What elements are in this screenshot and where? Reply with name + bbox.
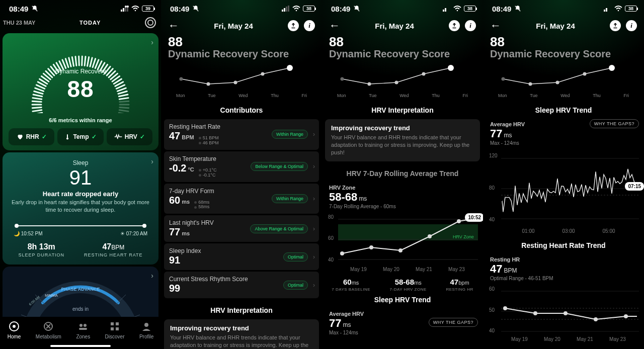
svg-line-32 — [69, 58, 71, 66]
signal-icon — [282, 6, 290, 12]
interpretation-card: Improving recovery trend Your HRV balanc… — [164, 319, 319, 349]
contrib-hrvform[interactable]: 7-day HRV Form 60ms 68ms58ms Within Rang… — [164, 184, 319, 214]
chevron-right-icon: › — [313, 163, 315, 170]
gauge-value: 88 — [20, 75, 141, 103]
recovery-trend-chart — [161, 61, 322, 91]
chevron-right-icon: › — [313, 195, 315, 202]
gauge-title: Dynamic Recovery — [20, 68, 141, 75]
share-button[interactable] — [288, 20, 299, 31]
back-button[interactable]: ← — [329, 19, 340, 32]
back-button[interactable]: ← — [490, 19, 501, 32]
rhr-trend-title: Resting Heart Rate Trend — [483, 241, 644, 249]
info-button[interactable]: i — [465, 20, 476, 31]
svg-line-60 — [119, 110, 128, 112]
screen-sleep-rhr-trends: 08:49 38 ← Fri, May 24 i 88 Dynamic Reco… — [483, 0, 644, 349]
chevron-right-icon: › — [313, 225, 315, 232]
svg-line-12 — [32, 107, 41, 108]
recovery-trend-chart — [322, 61, 483, 91]
svg-point-122 — [529, 82, 532, 86]
heart-icon — [17, 133, 24, 140]
sleep-hrv-trend-title: Sleep HRV Trend — [483, 106, 644, 114]
hrv7-subtitle: 7-Day Rolling Average - 60ms — [329, 204, 476, 209]
sleep-hrv-chart[interactable]: 1208040 07:15 01:0003:0005:00 — [483, 148, 644, 233]
tab-zones[interactable]: Zones — [76, 321, 90, 339]
signal-icon — [443, 6, 451, 12]
svg-point-6 — [125, 6, 127, 8]
page-title: Fri, May 24 — [214, 22, 253, 30]
wifi-icon — [131, 6, 139, 12]
check-icon: ✓ — [140, 133, 145, 140]
metabolism-icon — [43, 321, 54, 332]
drs-title: Dynamic Recovery Score — [168, 48, 315, 60]
time-marker-end: 07:15 — [625, 182, 644, 191]
signal-icon — [121, 6, 129, 12]
tab-home[interactable]: Home — [8, 321, 21, 339]
share-button[interactable] — [610, 20, 621, 31]
info-button[interactable]: i — [304, 20, 315, 31]
svg-rect-80 — [79, 328, 87, 330]
svg-line-59 — [120, 107, 129, 108]
svg-point-135 — [503, 306, 507, 310]
svg-point-101 — [457, 10, 458, 12]
contrib-lastnight-hrv[interactable]: Last night's HRV 77ms Above Range & Opti… — [164, 215, 319, 242]
svg-point-115 — [457, 219, 461, 223]
svg-point-112 — [369, 245, 373, 249]
svg-line-33 — [72, 57, 73, 66]
battery-icon: 39 — [142, 6, 154, 12]
back-button[interactable]: ← — [168, 19, 179, 32]
svg-point-93 — [207, 82, 210, 86]
svg-line-61 — [119, 113, 128, 113]
sleep-card[interactable]: › Sleep 91 Heart rate dropped early Earl… — [3, 152, 158, 265]
contrib-stress[interactable]: Current Stress Rhythm Score 99 Optimal › — [164, 272, 319, 298]
tab-profile[interactable]: Profile — [139, 321, 153, 339]
thermometer-icon — [64, 133, 70, 140]
svg-rect-83 — [111, 327, 114, 330]
svg-point-5 — [127, 6, 129, 8]
why-gaps-button[interactable]: WHY THE GAPS? — [590, 119, 639, 128]
why-gaps-button[interactable]: WHY THE GAPS? — [429, 318, 478, 327]
rhr-trend-chart[interactable]: 605040 May 19May 20May 21May 23 — [483, 283, 644, 343]
chevron-right-icon: › — [151, 38, 153, 46]
svg-line-10 — [33, 113, 42, 113]
status-badge: Within Range — [272, 194, 308, 203]
contrib-sleep-index[interactable]: Sleep Index 91 Optimal › — [164, 243, 319, 270]
svg-line-40 — [93, 59, 96, 67]
tab-metabolism[interactable]: Metabolism — [36, 321, 61, 339]
pill-hrv[interactable]: HRV✓ — [107, 128, 152, 145]
time-marker-pill: 10:52 — [465, 213, 483, 222]
interpretation-card: Improving recovery trendYour HRV balance… — [325, 119, 480, 161]
svg-rect-87 — [282, 10, 283, 12]
share-button[interactable] — [449, 20, 460, 31]
chevron-right-icon: › — [151, 272, 153, 280]
svg-point-102 — [341, 77, 344, 81]
info-button[interactable]: i — [626, 20, 637, 31]
metrics-note: 6/6 metrics within range — [9, 117, 152, 123]
target-icon[interactable] — [145, 17, 156, 28]
dynamic-recovery-card[interactable]: › — [3, 33, 158, 150]
screen-hrv-trend: 08:49 38 ← Fri, May 24 i 88 Dynamic Reco… — [322, 0, 483, 349]
hrv7-chart[interactable]: 806040 HRV Zone 10:52 May 19May 20May 21… — [322, 211, 483, 272]
svg-point-138 — [594, 317, 598, 321]
svg-point-95 — [261, 72, 265, 76]
svg-point-85 — [144, 323, 148, 327]
svg-point-91 — [296, 10, 297, 12]
svg-point-120 — [618, 10, 619, 12]
profile-icon — [141, 321, 152, 332]
pill-rhr[interactable]: RHR✓ — [9, 128, 54, 145]
home-indicator[interactable] — [50, 345, 111, 347]
grid-icon — [109, 321, 120, 332]
svg-point-105 — [422, 72, 426, 76]
contrib-rhr[interactable]: Resting Heart Rate 47BPM 51 BPM46 BPM Wi… — [164, 119, 319, 150]
pill-temp[interactable]: Temp✓ — [57, 128, 103, 145]
svg-rect-82 — [116, 322, 119, 325]
drs-score: 88 — [490, 35, 637, 48]
svg-rect-99 — [443, 10, 444, 12]
svg-line-34 — [75, 57, 76, 66]
tab-discover[interactable]: Discover — [105, 321, 125, 339]
svg-line-38 — [88, 57, 89, 66]
hrv-interp-title: HRV Interpretation — [322, 106, 483, 114]
svg-rect-81 — [111, 322, 114, 325]
contrib-temp[interactable]: Skin Temperature -0.2°C +0.1°C-0.1°C Bel… — [164, 151, 319, 182]
recovery-gauge: Dynamic Recovery 88 — [20, 40, 141, 113]
status-badge: Within Range — [272, 130, 308, 139]
